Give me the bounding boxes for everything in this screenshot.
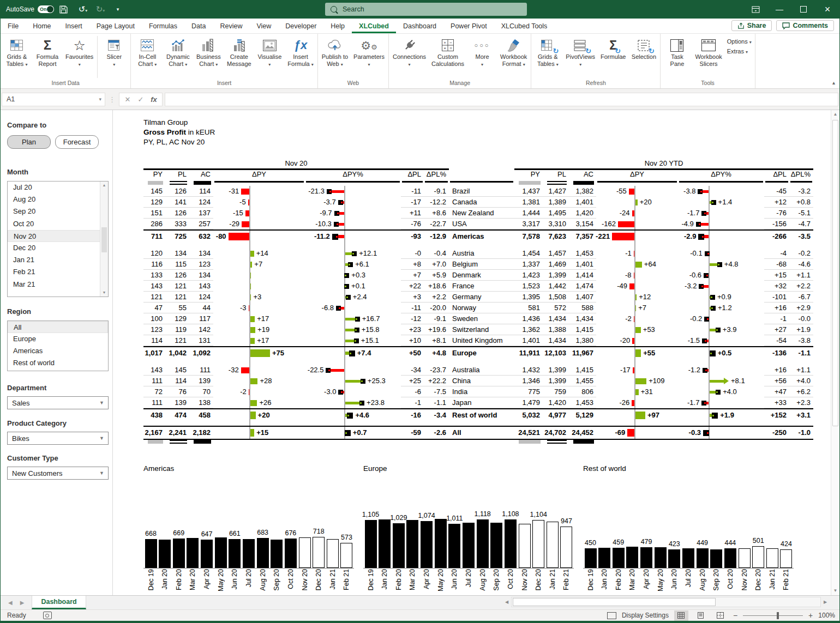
cell-pl-ytd[interactable]: 1,399 xyxy=(543,365,569,376)
cell-py[interactable]: 129 xyxy=(143,197,165,208)
row-label-france[interactable]: France xyxy=(449,281,514,292)
product-category-dropdown[interactable]: Bikes▼ xyxy=(7,432,109,445)
cell-delta-pl[interactable]: -76 xyxy=(401,219,424,229)
cell-delta-pl-pct[interactable]: -12.9 xyxy=(424,231,449,243)
horizontal-scrollbar[interactable]: ◀ ▶ xyxy=(502,597,830,607)
cell-pl[interactable]: 121 xyxy=(165,281,189,292)
cell-delta-pl-ytd[interactable]: +27 xyxy=(764,324,789,335)
cell-ac[interactable]: 134 xyxy=(189,248,213,259)
cell-py[interactable]: 2,167 xyxy=(143,427,165,439)
cell-py-ytd[interactable]: 1,437 xyxy=(514,186,543,197)
cell-py-ytd[interactable]: 1,423 xyxy=(514,270,543,281)
cell-py[interactable]: 121 xyxy=(143,292,165,303)
cell-pl[interactable]: 129 xyxy=(165,313,189,324)
cell-delta-pl-ytd[interactable]: -76 xyxy=(764,208,789,219)
cell-py-ytd[interactable]: 775 xyxy=(514,386,543,397)
ribbon-button-grids-tables[interactable]: ↻Grids &Tables ▾ xyxy=(532,35,563,79)
ribbon-display-options-icon[interactable] xyxy=(743,0,767,19)
cell-ac-ytd[interactable]: 1,420 xyxy=(569,208,596,219)
tab-page-layout[interactable]: Page Layout xyxy=(89,20,142,33)
cell-delta-pl-pct-ytd[interactable]: -1.1 xyxy=(789,347,813,359)
cell-py[interactable]: 100 xyxy=(143,313,165,324)
cell-delta-pl-pct[interactable]: -9.1 xyxy=(424,186,449,197)
page-break-view-button[interactable] xyxy=(713,610,728,621)
cell-delta-pl-pct[interactable]: -0.4 xyxy=(424,248,449,259)
region-item-all[interactable]: All xyxy=(8,321,108,333)
ribbon-button-favourites[interactable]: ☆Favourites▾ xyxy=(63,35,96,79)
cell-delta-pl-ytd[interactable]: +16 xyxy=(764,365,789,376)
cell-py-ytd[interactable]: 7,578 xyxy=(514,231,543,243)
cell-pl-ytd[interactable]: 1,427 xyxy=(543,186,569,197)
cell-ac-ytd[interactable]: 1,414 xyxy=(569,270,596,281)
tab-dashboard[interactable]: Dashboard xyxy=(396,20,443,33)
cell-py-ytd[interactable]: 5,032 xyxy=(514,409,543,421)
display-settings-label[interactable]: Display Settings xyxy=(622,612,669,619)
cell-delta-pl-ytd[interactable]: -156 xyxy=(764,219,789,229)
cell-delta-pl[interactable]: -1 xyxy=(401,397,424,408)
cell-delta-pl-pct[interactable]: +8.1 xyxy=(424,335,449,346)
cell-pl-ytd[interactable]: 1,434 xyxy=(543,335,569,346)
cell-delta-pl-pct-ytd[interactable]: +2.9 xyxy=(789,303,813,313)
ribbon-button-selection[interactable]: ↻Selection xyxy=(628,35,659,79)
cell-delta-pl-ytd[interactable]: -68 xyxy=(764,259,789,270)
plan-button[interactable]: Plan xyxy=(7,135,51,149)
cell-pl[interactable]: 76 xyxy=(165,386,189,397)
cell-pl[interactable]: 126 xyxy=(165,270,189,281)
cell-py[interactable]: 47 xyxy=(143,303,165,313)
month-item-oct-20[interactable]: Oct 20 xyxy=(8,218,108,230)
cell-py[interactable]: 286 xyxy=(143,219,165,229)
cell-delta-pl[interactable]: -17 xyxy=(401,197,424,208)
cell-delta-pl-pct[interactable]: -1.1 xyxy=(424,397,449,408)
ribbon-button-formulae[interactable]: Σ↻Formulae xyxy=(598,35,628,79)
zoom-slider[interactable] xyxy=(743,615,803,616)
cell-ac-ytd[interactable]: 1,474 xyxy=(569,281,596,292)
cell-delta-pl-pct[interactable]: -2.6 xyxy=(424,427,449,439)
cell-delta-pl-ytd[interactable]: +47 xyxy=(764,386,789,397)
cell-delta-pl-pct[interactable]: -23.7 xyxy=(424,365,449,376)
cell-delta-pl-pct[interactable]: +19.6 xyxy=(424,324,449,335)
cell-delta-pl-pct-ytd[interactable]: -0.2 xyxy=(789,248,813,259)
ribbon-button-workbook-slicers[interactable]: WorkbookSlicers xyxy=(692,35,724,79)
cell-delta-pl-ytd[interactable]: +56 xyxy=(764,376,789,386)
cell-py[interactable]: 133 xyxy=(143,270,165,281)
cell-ac[interactable]: 123 xyxy=(189,259,213,270)
tab-insert[interactable]: Insert xyxy=(58,20,89,33)
cell-pl[interactable]: 119 xyxy=(165,324,189,335)
zoom-out-icon[interactable]: − xyxy=(733,611,737,620)
cell-delta-pl-pct[interactable]: -9.1 xyxy=(424,313,449,324)
cell-ac[interactable]: 114 xyxy=(189,186,213,197)
region-item-europe[interactable]: Europe xyxy=(8,333,108,345)
ribbon-button-grids-tables[interactable]: Grids &Tables ▾ xyxy=(2,35,32,79)
cell-pl[interactable]: 121 xyxy=(165,335,189,346)
month-list-scrollbar[interactable]: ▲▼ xyxy=(100,182,108,297)
cell-pl[interactable]: 114 xyxy=(165,376,189,386)
cell-delta-pl-ytd[interactable]: -4 xyxy=(764,248,789,259)
cell-py-ytd[interactable]: 1,479 xyxy=(514,397,543,408)
row-label-australia[interactable]: Australia xyxy=(449,365,514,376)
cell-delta-pl-pct-ytd[interactable]: -0.0 xyxy=(789,313,813,324)
cell-ac[interactable]: 124 xyxy=(189,292,213,303)
cell-ac-ytd[interactable]: 7,357 xyxy=(569,231,596,243)
ribbon-button-task-pane[interactable]: TaskPane xyxy=(662,35,692,79)
zoom-in-icon[interactable]: + xyxy=(808,611,813,620)
cell-delta-pl[interactable]: -11 xyxy=(401,303,424,313)
cell-delta-pl[interactable]: +8 xyxy=(401,259,424,270)
cell-py-ytd[interactable]: 1,444 xyxy=(514,208,543,219)
cell-ac-ytd[interactable]: 1,382 xyxy=(569,186,596,197)
cell-delta-pl[interactable]: -0 xyxy=(401,248,424,259)
cell-ac[interactable]: 143 xyxy=(189,281,213,292)
cell-pl-ytd[interactable]: 1,457 xyxy=(543,248,569,259)
cell-py-ytd[interactable]: 1,432 xyxy=(514,365,543,376)
cell-py-ytd[interactable]: 24,521 xyxy=(514,427,543,439)
insert-function-icon[interactable]: fx xyxy=(148,95,160,104)
cell-ac-ytd[interactable]: 1,415 xyxy=(569,324,596,335)
autosave-toggle[interactable]: AutoSave On xyxy=(6,5,54,13)
maximize-button[interactable] xyxy=(791,0,815,19)
ribbon-button-slicer[interactable]: Slicer▾ xyxy=(99,35,129,79)
cell-delta-pl-pct[interactable]: +5.9 xyxy=(424,270,449,281)
cell-pl-ytd[interactable]: 1,434 xyxy=(543,313,569,324)
cell-delta-pl-pct[interactable]: -3.4 xyxy=(424,409,449,421)
ribbon-button-formula-report[interactable]: ΣFormulaReport xyxy=(32,35,63,79)
cell-py[interactable]: 114 xyxy=(143,335,165,346)
cell-delta-pl-pct[interactable]: +8.6 xyxy=(424,208,449,219)
